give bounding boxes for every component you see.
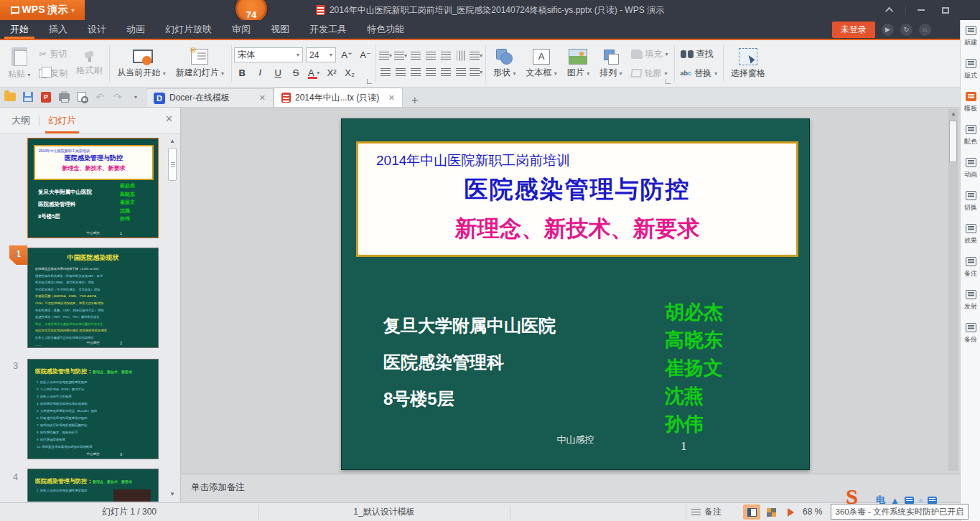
selection-pane-button[interactable]: 选择窗格 <box>726 42 770 85</box>
slideshow-play-button[interactable] <box>782 504 799 520</box>
sidebar-item-transition[interactable]: 切换 <box>961 185 980 218</box>
maximize-button[interactable] <box>936 2 955 18</box>
tab-insert[interactable]: 插入 <box>39 20 78 39</box>
textbox-button[interactable]: A 文本框 ▾ <box>521 42 561 85</box>
sidebar-item-layout[interactable]: 版式 <box>961 53 980 86</box>
distribute-button[interactable] <box>439 65 453 78</box>
home-icon[interactable]: ⌂ <box>919 24 931 36</box>
zoom-level[interactable]: 68 % <box>803 503 822 521</box>
redo-button[interactable]: ↷ <box>112 91 123 103</box>
slide-thumbnail-2[interactable]: 中国医院感染现状 医院感染总体发病率已明显下降（3.4% vs 5%） 侵袭性操… <box>27 248 159 348</box>
scroll-up-button[interactable]: ▲ <box>167 136 177 146</box>
align-left-button[interactable] <box>378 65 393 78</box>
tab-slides-view[interactable]: 幻灯片 <box>45 108 79 133</box>
main-scroll-up-button[interactable]: ▲ <box>948 109 958 119</box>
numbered-list-button[interactable]: ▾ <box>393 49 408 62</box>
tab-docer-templates[interactable]: D Docer-在线模板 ✕ <box>146 88 274 107</box>
bold-button[interactable]: B <box>234 65 250 80</box>
quickbar-customize-button[interactable]: ▾ <box>130 91 141 103</box>
find-button[interactable]: 查找 <box>677 47 722 62</box>
subscript-button[interactable]: X₂ <box>342 65 358 80</box>
sync-icon[interactable]: ↻ <box>900 24 913 36</box>
tab-view[interactable]: 视图 <box>261 20 299 39</box>
main-scrollbar-thumb[interactable] <box>949 121 957 162</box>
tab-home[interactable]: 开始 <box>0 20 39 39</box>
picture-button[interactable]: 图片 ▾ <box>562 42 594 85</box>
sidebar-item-notes[interactable]: 备注 <box>961 251 980 284</box>
sidebar-item-cast[interactable]: 发射 <box>961 284 980 317</box>
new-slide-button[interactable]: 新建幻灯片 ▾ <box>171 42 229 85</box>
italic-button[interactable]: I <box>252 65 268 80</box>
decrease-font-button[interactable]: A⁻ <box>358 48 373 62</box>
minimize-button[interactable] <box>912 2 930 18</box>
main-scrollbar[interactable]: ▲ <box>948 109 958 471</box>
skin-center-icon[interactable]: ▶ <box>882 24 894 36</box>
panel-scrollbar-thumb[interactable] <box>168 148 177 181</box>
slide-editing-area[interactable]: 2014年中山医院新职工岗前培训 医院感染管理与防控 新理念、新技术、新要求 复… <box>181 108 960 474</box>
close-current-tab-button[interactable]: ✕ <box>388 93 395 103</box>
slide-sorter-button[interactable] <box>762 504 780 520</box>
close-docer-tab-button[interactable]: ✕ <box>259 93 266 103</box>
panel-scrollbar[interactable]: ▲ <box>167 136 177 499</box>
paragraph-spacing-button[interactable]: ▾ <box>469 65 483 78</box>
notes-toggle-button[interactable]: 备注 <box>691 503 722 521</box>
open-button[interactable] <box>4 91 16 103</box>
font-name-combo[interactable]: 宋体▾ <box>234 47 303 62</box>
close-panel-button[interactable]: ✕ <box>165 113 173 124</box>
slide-thumbnail-1[interactable]: 2014年中山医院新职工岗前培训 医院感染管理与防控 新理念、新技术、新要求 复… <box>27 138 159 238</box>
notes-area[interactable]: 单击添加备注 <box>181 474 960 502</box>
tab-outline-view[interactable]: 大纲 <box>9 114 33 127</box>
sidebar-item-backup[interactable]: 备份 <box>961 317 980 350</box>
insert-dialog-launcher[interactable] <box>666 79 671 84</box>
new-tab-button[interactable]: + <box>403 94 426 107</box>
wps-menu-button[interactable]: WPS 演示 ▾ <box>0 0 85 20</box>
increase-indent-button[interactable] <box>424 49 438 62</box>
scroll-down-button[interactable]: ▼ <box>167 489 177 499</box>
play-from-current-button[interactable]: 从当前开始 ▾ <box>112 42 170 85</box>
decrease-indent-button[interactable] <box>409 49 423 62</box>
cut-button[interactable]: ✂ 剪切 <box>35 47 71 62</box>
tab-features[interactable]: 特色功能 <box>357 20 414 39</box>
undo-button[interactable]: ↶ <box>94 91 106 103</box>
sidebar-item-template[interactable]: 模板 <box>961 86 980 119</box>
align-right-button[interactable] <box>409 65 423 78</box>
tab-slideshow[interactable]: 幻灯片放映 <box>155 20 222 39</box>
font-size-combo[interactable]: 24▾ <box>306 47 336 62</box>
justify-button[interactable] <box>424 65 438 78</box>
superscript-button[interactable]: X² <box>324 65 340 80</box>
copy-button[interactable]: 复制 <box>35 66 71 81</box>
align-center-button[interactable] <box>393 65 408 78</box>
print-preview-button[interactable] <box>76 91 88 103</box>
save-button[interactable] <box>22 91 34 103</box>
tab-current-document[interactable]: 2014年中山...tx (只读) ✕ <box>274 88 403 107</box>
slide-department-text[interactable]: 复旦大学附属中山医院 医院感染管理科 8号楼5层 <box>383 307 556 417</box>
collapse-ribbon-button[interactable] <box>881 2 900 18</box>
login-button[interactable]: 未登录 <box>832 22 875 38</box>
paragraph-mark-button[interactable] <box>439 49 453 62</box>
paste-button[interactable]: 粘贴 ▾ <box>3 42 35 85</box>
font-color-button[interactable]: A ▾ <box>306 65 322 80</box>
ime-panel-icon[interactable] <box>928 497 937 504</box>
sidebar-item-animation[interactable]: 动画 <box>961 152 980 185</box>
slide-thumbnail-4[interactable]: 医院感染管理与防控：新理念、新技术、新要求 1. 医务人员锐器伤与血源性感染预防 <box>27 469 159 502</box>
columns-button[interactable]: ▾ <box>469 49 483 62</box>
sidebar-item-colorscheme[interactable]: 配色 <box>961 119 980 152</box>
increase-font-button[interactable]: A⁺ <box>339 48 355 62</box>
print-button[interactable] <box>58 91 70 103</box>
sidebar-item-new[interactable]: 新建 <box>961 20 980 53</box>
slide-canvas[interactable]: 2014年中山医院新职工岗前培训 医院感染管理与防控 新理念、新技术、新要求 复… <box>341 118 810 470</box>
shapes-button[interactable]: 形状 ▾ <box>488 42 521 85</box>
arrange-button[interactable]: 排列 ▾ <box>594 42 627 85</box>
tab-devtools[interactable]: 开发工具 <box>299 20 357 39</box>
strikethrough-button[interactable]: S <box>288 65 304 80</box>
tab-review[interactable]: 审阅 <box>222 20 261 39</box>
export-pdf-button[interactable]: P <box>40 91 52 103</box>
slide-title-box[interactable]: 2014年中山医院新职工岗前培训 医院感染管理与防控 新理念、新技术、新要求 <box>356 141 798 257</box>
text-direction-button[interactable] <box>454 49 468 62</box>
ime-keyboard-icon[interactable] <box>905 497 914 504</box>
slide-names-text[interactable]: 胡必杰 高晓东 崔扬文 沈燕 孙伟 <box>665 299 723 438</box>
slide-thumbnail-3[interactable]: 医院感染管理与防控：新理念、新技术、新要求 1. 医务人员锐器伤与血源性感染预防… <box>27 359 159 459</box>
line-spacing-button[interactable] <box>454 65 468 78</box>
bullet-list-button[interactable]: ▾ <box>378 49 393 62</box>
normal-view-button[interactable] <box>743 504 760 520</box>
